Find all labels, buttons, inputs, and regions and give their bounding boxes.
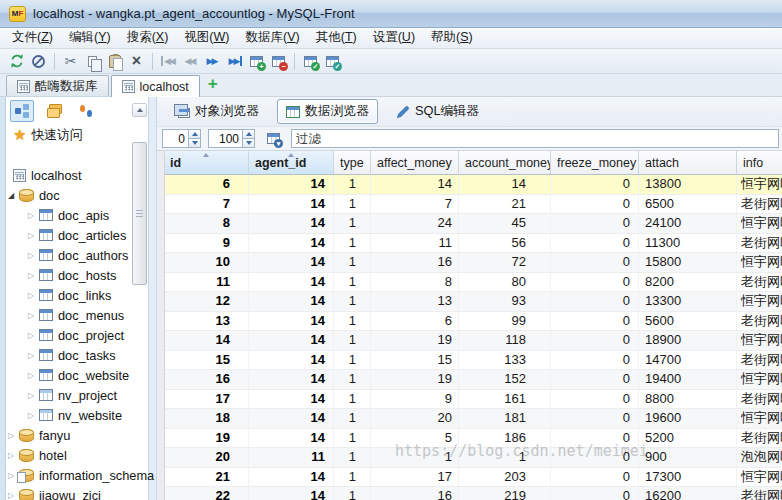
cell-agent_id[interactable]: 14 [249, 195, 334, 214]
cell-info[interactable]: 老街网吧 [737, 234, 782, 253]
prior-record-button[interactable]: ◀◀ [180, 51, 201, 72]
footprints-button[interactable] [74, 100, 98, 122]
cell-account_money[interactable]: 133 [459, 351, 551, 370]
cell-freeze_money[interactable]: 0 [551, 468, 639, 487]
cell-type[interactable]: 1 [334, 195, 371, 214]
cell-id[interactable]: 14 [164, 331, 249, 350]
cell-freeze_money[interactable]: 0 [551, 273, 639, 292]
cell-attach[interactable]: 18900 [639, 331, 737, 350]
add-tab-button[interactable]: + [202, 74, 224, 96]
cell-type[interactable]: 1 [334, 409, 371, 428]
cell-info[interactable]: 恒宇网吧 [737, 370, 782, 389]
cell-info[interactable]: 恒宇网吧 [737, 409, 782, 428]
cell-attach[interactable]: 900 [639, 448, 737, 467]
tree-item-doc_hosts[interactable]: ▷doc_hosts [6, 265, 148, 285]
offset-down-button[interactable] [188, 139, 201, 148]
menu-item-6[interactable]: 其他(T) [308, 27, 365, 49]
cell-info[interactable]: 泡泡网吧 [737, 448, 782, 467]
tree-item-nv_project[interactable]: ▷nv_project [6, 385, 148, 405]
collapse-arrow-icon[interactable]: ▷ [8, 431, 19, 440]
cell-attach[interactable]: 13800 [639, 175, 737, 194]
cell-account_money[interactable]: 161 [459, 390, 551, 409]
cell-id[interactable]: 8 [164, 214, 249, 233]
tree-item-doc_authors[interactable]: ▷doc_authors [6, 245, 148, 265]
cell-freeze_money[interactable]: 0 [551, 253, 639, 272]
cell-affect_money[interactable]: 6 [371, 312, 459, 331]
cell-agent_id[interactable]: 14 [249, 390, 334, 409]
cell-id[interactable]: 13 [164, 312, 249, 331]
table-row[interactable]: 1814120181019600恒宇网吧 [164, 409, 782, 429]
cell-affect_money[interactable]: 15 [371, 351, 459, 370]
cell-affect_money[interactable]: 20 [371, 409, 459, 428]
menu-item-7[interactable]: 设置(U) [365, 27, 423, 49]
tree-item-doc_articles[interactable]: ▷doc_articles [6, 225, 148, 245]
cell-account_money[interactable]: 1 [459, 448, 551, 467]
cell-freeze_money[interactable]: 0 [551, 195, 639, 214]
filter-input[interactable] [291, 129, 779, 148]
cell-type[interactable]: 1 [334, 448, 371, 467]
cell-attach[interactable]: 24100 [639, 214, 737, 233]
collapse-arrow-icon[interactable]: ▷ [28, 251, 39, 260]
tree-item-localhost[interactable]: localhost [6, 165, 148, 185]
cell-attach[interactable]: 6500 [639, 195, 737, 214]
menu-item-5[interactable]: 数据库(V) [238, 27, 308, 49]
tree-item-information_schema[interactable]: ▷information_schema [6, 465, 148, 485]
cell-freeze_money[interactable]: 0 [551, 487, 639, 500]
cell-info[interactable]: 老街网吧 [737, 390, 782, 409]
cell-affect_money[interactable]: 8 [371, 273, 459, 292]
column-header-account_money[interactable]: account_money [459, 151, 551, 175]
cell-freeze_money[interactable]: 0 [551, 429, 639, 448]
cell-agent_id[interactable]: 14 [249, 351, 334, 370]
cell-attach[interactable]: 13300 [639, 292, 737, 311]
cell-affect_money[interactable]: 1 [371, 448, 459, 467]
column-header-id[interactable]: id [164, 151, 249, 175]
cancel-record-button[interactable]: ✓ [322, 51, 343, 72]
cell-attach[interactable]: 5200 [639, 429, 737, 448]
cell-freeze_money[interactable]: 0 [551, 175, 639, 194]
cell-type[interactable]: 1 [334, 234, 371, 253]
limit-down-button[interactable] [242, 139, 255, 148]
limit-up-button[interactable] [242, 129, 255, 139]
column-header-type[interactable]: type [334, 151, 371, 175]
column-header-affect_money[interactable]: affect_money [371, 151, 459, 175]
column-header-info[interactable]: info [737, 151, 782, 175]
session-tab-2[interactable]: localhost [111, 75, 200, 97]
table-row[interactable]: 91411156011300老街网吧 [164, 234, 782, 254]
cell-agent_id[interactable]: 14 [249, 487, 334, 500]
cell-account_money[interactable]: 152 [459, 370, 551, 389]
cell-account_money[interactable]: 118 [459, 331, 551, 350]
cell-info[interactable]: 老街网吧 [737, 273, 782, 292]
tree-item-doc_links[interactable]: ▷doc_links [6, 285, 148, 305]
table-row[interactable]: 2114117203017300恒宇网吧 [164, 468, 782, 488]
cell-info[interactable]: 老街网吧 [737, 312, 782, 331]
copy-button[interactable] [82, 51, 103, 72]
cell-id[interactable]: 15 [164, 351, 249, 370]
tree-item-jiaowu_zjcj[interactable]: ▷jiaowu_zjcj [6, 485, 148, 500]
cell-type[interactable]: 1 [334, 292, 371, 311]
cell-info[interactable]: 老街网吧 [737, 195, 782, 214]
cell-affect_money[interactable]: 9 [371, 390, 459, 409]
cell-id[interactable]: 6 [164, 175, 249, 194]
cell-attach[interactable]: 15800 [639, 253, 737, 272]
cell-attach[interactable]: 19400 [639, 370, 737, 389]
cell-attach[interactable]: 8800 [639, 390, 737, 409]
menu-item-8[interactable]: 帮助(S) [423, 27, 481, 49]
cell-id[interactable]: 21 [164, 468, 249, 487]
table-row[interactable]: 101411672015800恒宇网吧 [164, 253, 782, 273]
cell-id[interactable]: 16 [164, 370, 249, 389]
cell-agent_id[interactable]: 14 [249, 312, 334, 331]
cell-freeze_money[interactable]: 0 [551, 234, 639, 253]
refresh-button[interactable] [6, 51, 27, 72]
tree-item-doc[interactable]: ◢doc [6, 185, 148, 205]
cell-freeze_money[interactable]: 0 [551, 370, 639, 389]
cell-type[interactable]: 1 [334, 214, 371, 233]
cell-agent_id[interactable]: 14 [249, 214, 334, 233]
table-row[interactable]: 1614119152019400恒宇网吧 [164, 370, 782, 390]
cell-info[interactable]: 老街网吧 [737, 429, 782, 448]
collapse-arrow-icon[interactable]: ▷ [28, 391, 39, 400]
tree-item-nv_website[interactable]: ▷nv_website [6, 405, 148, 425]
cell-account_money[interactable]: 56 [459, 234, 551, 253]
cell-affect_money[interactable]: 7 [371, 195, 459, 214]
cell-info[interactable]: 恒宇网吧 [737, 292, 782, 311]
cell-id[interactable]: 11 [164, 273, 249, 292]
